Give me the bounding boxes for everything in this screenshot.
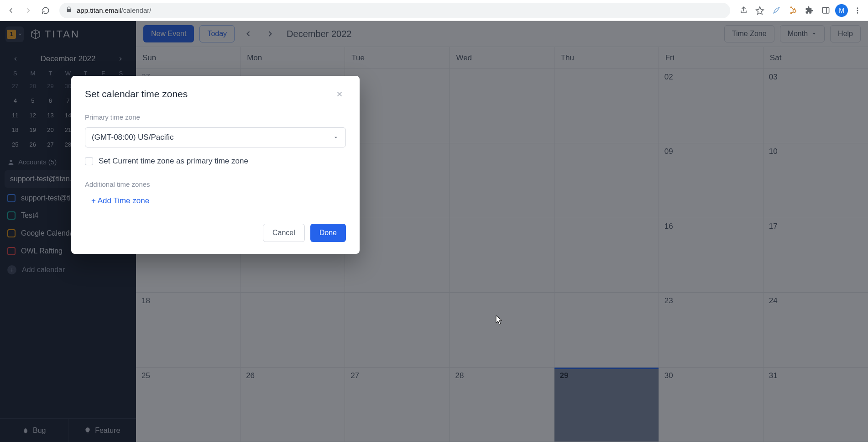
- primary-tz-value: (GMT-08:00) US/Pacific: [92, 133, 174, 142]
- extensions-puzzle-icon[interactable]: [802, 4, 816, 17]
- share-icon[interactable]: [737, 4, 750, 17]
- modal-scrim[interactable]: Set calendar time zones Primary time zon…: [0, 21, 868, 442]
- profile-avatar[interactable]: M: [835, 4, 848, 17]
- done-button[interactable]: Done: [310, 224, 346, 242]
- extension-hubspot-icon[interactable]: [786, 4, 800, 17]
- additional-tz-label: Additional time zones: [85, 180, 346, 188]
- sidepanel-icon[interactable]: [819, 4, 832, 17]
- checkbox-icon[interactable]: [85, 157, 93, 165]
- svg-point-4: [857, 7, 858, 9]
- bookmark-star-icon[interactable]: [753, 4, 767, 17]
- cancel-button[interactable]: Cancel: [263, 224, 305, 242]
- modal-close-button[interactable]: [333, 88, 346, 100]
- extension-quill-icon[interactable]: [769, 4, 783, 17]
- url-host: app.titan.email: [77, 6, 121, 14]
- timezone-modal: Set calendar time zones Primary time zon…: [71, 76, 360, 254]
- checkbox-label: Set Current time zone as primary time zo…: [99, 157, 248, 166]
- browser-url-bar[interactable]: app.titan.email/calendar/: [59, 3, 730, 18]
- lock-icon: [66, 6, 72, 14]
- set-current-tz-row[interactable]: Set Current time zone as primary time zo…: [85, 157, 346, 166]
- browser-toolbar: app.titan.email/calendar/ M: [0, 0, 868, 21]
- browser-forward-button[interactable]: [21, 3, 36, 18]
- svg-point-2: [790, 13, 791, 14]
- app-root: 1 TITAN December 2022 SMTWTFS27282930123…: [0, 21, 868, 442]
- caret-down-icon: [333, 134, 339, 141]
- browser-menu-icon[interactable]: [851, 4, 864, 17]
- add-timezone-button[interactable]: + Add Time zone: [85, 196, 346, 205]
- svg-point-6: [857, 12, 858, 13]
- url-path: /calendar/: [121, 6, 152, 14]
- svg-rect-3: [822, 7, 829, 13]
- modal-title: Set calendar time zones: [85, 89, 188, 100]
- browser-back-button[interactable]: [4, 3, 18, 18]
- svg-point-5: [857, 10, 858, 11]
- primary-tz-select[interactable]: (GMT-08:00) US/Pacific: [85, 127, 346, 147]
- svg-point-1: [790, 7, 791, 8]
- primary-tz-label: Primary time zone: [85, 113, 346, 121]
- browser-reload-button[interactable]: [38, 3, 53, 18]
